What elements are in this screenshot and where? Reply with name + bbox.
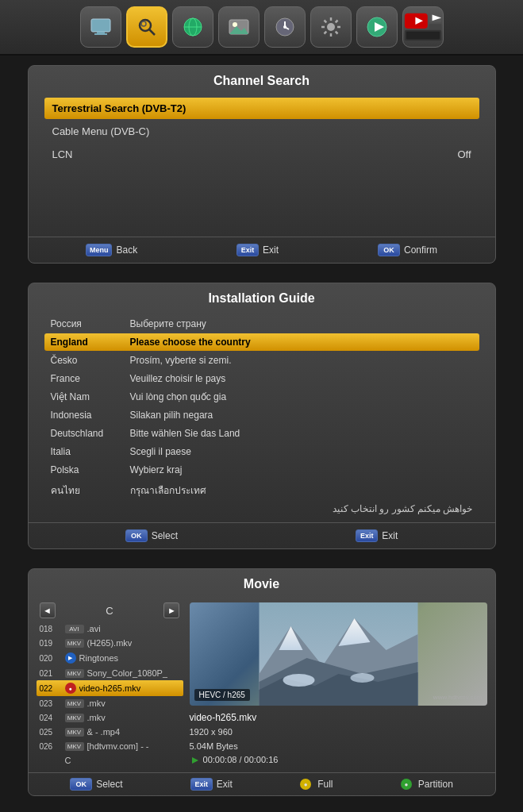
nav-next-arrow[interactable]: ► xyxy=(163,602,179,618)
svg-point-10 xyxy=(233,22,237,27)
settings-icon[interactable] xyxy=(310,6,352,48)
svg-line-23 xyxy=(335,21,337,23)
file-item-1[interactable]: 019 MKV (H265).mkv xyxy=(37,636,183,650)
file-num-1: 019 xyxy=(40,639,62,648)
tv-icon[interactable] xyxy=(80,6,121,48)
svg-line-21 xyxy=(324,21,326,23)
file-num-3: 021 xyxy=(40,669,62,678)
file-item-8[interactable]: 026 MKV [hdtvmv.com] - - xyxy=(37,739,183,753)
channel-spacer xyxy=(44,167,479,230)
video-icon-4: ● xyxy=(65,683,76,694)
file-name-5: .mkv xyxy=(87,698,106,708)
file-badge-7: MKV xyxy=(65,728,84,737)
file-name-9: C xyxy=(65,756,71,765)
file-item-0[interactable]: 018 AVI .avi xyxy=(37,622,183,636)
clock-icon[interactable] xyxy=(264,6,306,48)
installation-content: Россия Выберите страну England Please ch… xyxy=(29,312,495,516)
country-row-0[interactable]: Россия Выберите страну xyxy=(44,315,479,333)
channel-row-2-value: Off xyxy=(457,148,471,160)
file-badge-1: MKV xyxy=(65,639,84,648)
file-name-6: .mkv xyxy=(87,713,106,722)
nav-prev-arrow[interactable]: ◄ xyxy=(40,602,56,618)
ig-exit-button[interactable]: Exit Exit xyxy=(356,529,398,542)
country-name-2: Česko xyxy=(51,355,130,366)
file-item-6[interactable]: 024 MKV .mkv xyxy=(37,710,183,725)
country-name-1: England xyxy=(51,337,130,348)
toolbar xyxy=(0,0,523,56)
file-item-2[interactable]: 020 ▶ Ringtones xyxy=(37,650,183,666)
movie-full-button[interactable]: ● Full xyxy=(300,779,333,790)
ig-select-button[interactable]: OK Select xyxy=(125,529,178,542)
svg-rect-33 xyxy=(406,32,439,40)
file-item-9[interactable]: C xyxy=(37,753,183,768)
ig-exit-label: Exit xyxy=(382,530,398,541)
country-row-8[interactable]: Polska Wybierz kraj xyxy=(44,461,479,479)
site-overlay: www.hdtvmv.com xyxy=(433,694,483,701)
country-text-8: Wybierz kraj xyxy=(130,464,183,475)
movie-partition-button[interactable]: ● Partition xyxy=(401,779,453,790)
search-icon[interactable] xyxy=(126,6,167,48)
svg-point-15 xyxy=(283,25,286,29)
file-badge-0: AVI xyxy=(65,625,84,633)
file-name-3: Sony_Color_1080P_ xyxy=(87,668,168,678)
globe-icon[interactable] xyxy=(172,6,213,48)
channel-row-1[interactable]: Cable Menu (DVB-C) xyxy=(44,121,479,142)
file-item-7[interactable]: 025 MKV & - .mp4 xyxy=(37,725,183,739)
channel-row-2[interactable]: LCN Off xyxy=(44,144,479,165)
play-icon[interactable] xyxy=(356,6,398,48)
file-name-4: video-h265.mkv xyxy=(79,683,141,693)
country-row-9[interactable]: คนไทย กรุณาเลือกประเทศ xyxy=(44,479,479,501)
confirm-button[interactable]: OK Confirm xyxy=(378,244,437,256)
file-badge-8: MKV xyxy=(65,742,84,751)
country-name-7: Italia xyxy=(51,446,130,457)
country-row-2[interactable]: Česko Prosím, vyberte si zemi. xyxy=(44,352,479,369)
movie-title: Movie xyxy=(29,569,495,598)
ig-exit-badge: Exit xyxy=(356,529,378,542)
file-badge-6: MKV xyxy=(65,714,84,722)
country-text-4: Vui lòng chọn quốc gia xyxy=(130,391,227,402)
photo-icon[interactable] xyxy=(218,6,260,48)
file-num-4: 022 xyxy=(40,684,62,693)
file-name-2: Ringtones xyxy=(79,653,119,663)
movie-partition-label: Partition xyxy=(418,779,453,790)
country-row-3[interactable]: France Veuillez choisir le pays xyxy=(44,370,479,387)
country-row-1[interactable]: England Please choose the country xyxy=(44,333,479,351)
arabic-text: خواهش میکنم کشور رو انتخاب کنید xyxy=(44,502,479,516)
svg-line-4 xyxy=(149,29,155,35)
country-text-7: Scegli il paese xyxy=(130,446,191,457)
nav-label: C xyxy=(106,605,113,617)
country-text-5: Silakan pilih negara xyxy=(130,410,213,421)
back-label: Back xyxy=(116,244,137,256)
movie-exit-button[interactable]: Exit Exit xyxy=(190,778,233,791)
movie-file-list: ◄ C ► 018 AVI .avi 019 MKV (H265).mkv 02… xyxy=(37,602,183,768)
movie-exit-badge: Exit xyxy=(190,778,213,791)
preview-image: HEVC / h265 www.hdtvmv.com xyxy=(190,602,487,706)
file-item-5[interactable]: 023 MKV .mkv xyxy=(37,696,183,710)
channel-row-2-label: LCN xyxy=(52,148,73,160)
country-row-5[interactable]: Indonesia Silakan pilih negara xyxy=(44,406,479,424)
country-row-4[interactable]: Việt Nam Vui lòng chọn quốc gia xyxy=(44,388,479,406)
file-item-4[interactable]: 022 ● video-h265.mkv xyxy=(37,680,183,696)
svg-point-41 xyxy=(350,673,374,683)
country-row-6[interactable]: Deutschland Bitte wählen Sie das Land xyxy=(44,425,479,442)
installation-footer: OK Select Exit Exit xyxy=(29,522,495,548)
file-num-8: 026 xyxy=(40,742,62,751)
ig-select-label: Select xyxy=(152,530,178,541)
back-button[interactable]: Menu Back xyxy=(86,244,137,256)
movie-select-button[interactable]: OK Select xyxy=(70,778,122,791)
exit-button[interactable]: Exit Exit xyxy=(237,244,279,256)
movie-select-badge: OK xyxy=(70,778,92,791)
channel-row-0[interactable]: Terrestrial Search (DVB-T2) xyxy=(44,98,479,119)
movie-exit-label: Exit xyxy=(217,779,233,790)
movie-preview-section: HEVC / h265 www.hdtvmv.com video-h265.mk… xyxy=(190,602,487,768)
country-row-7[interactable]: Italia Scegli il paese xyxy=(44,443,479,460)
file-num-6: 024 xyxy=(40,714,62,722)
movie-full-label: Full xyxy=(317,779,333,790)
country-text-3: Veuillez choisir le pays xyxy=(130,373,226,384)
movie-size: 5.04M Bytes xyxy=(190,740,487,754)
svg-rect-31 xyxy=(429,24,440,30)
country-name-4: Việt Nam xyxy=(51,391,130,402)
file-num-7: 025 xyxy=(40,728,62,737)
file-item-3[interactable]: 021 MKV Sony_Color_1080P_ xyxy=(37,666,183,680)
youtube-icon[interactable] xyxy=(402,6,444,48)
